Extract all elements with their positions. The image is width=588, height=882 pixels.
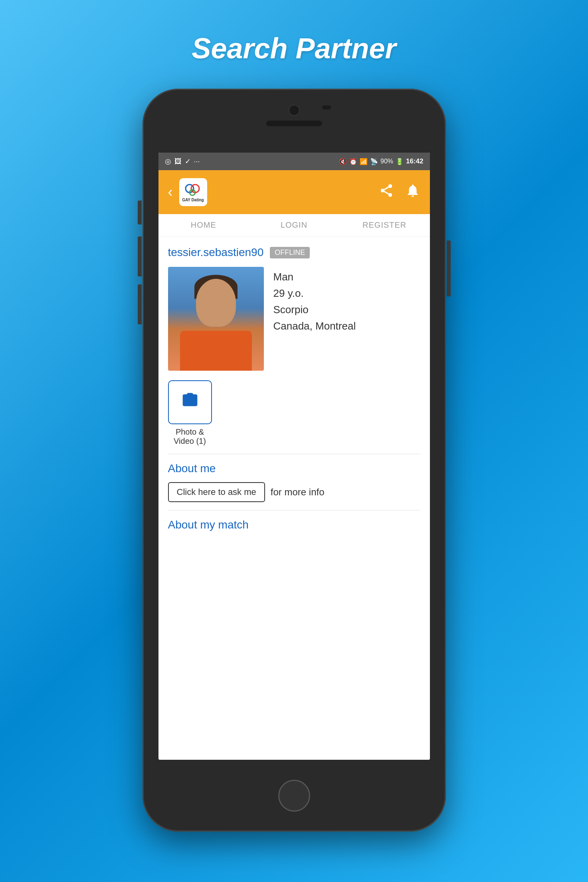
media-thumb[interactable] [168, 380, 212, 424]
profile-photo [168, 267, 264, 371]
about-match-title: About my match [168, 518, 420, 531]
power-button [447, 240, 451, 296]
profile-location: Canada, Montreal [273, 320, 356, 332]
media-section: Photo & Video (1) [168, 380, 420, 446]
status-right-icons: 🔇 ⏰ 📶 📡 90% 🔋 16:42 [339, 157, 424, 165]
profile-username: tessier.sebastien90 [168, 246, 264, 259]
app-bar-left: ‹ GAY Dating [168, 178, 207, 206]
profile-age: 29 y.o. [273, 287, 356, 300]
check-status-icon: ✓ [185, 157, 191, 166]
back-button[interactable]: ‹ [168, 184, 173, 201]
page-title: Search Partner [192, 32, 396, 65]
profile-content: tessier.sebastien90 OFFLINE Man 29 y.o. … [158, 236, 430, 760]
app-logo: GAY Dating [179, 178, 207, 206]
about-match-section: About my match [168, 518, 420, 531]
dots-status-icon: ··· [194, 157, 200, 166]
camera-icon [181, 391, 199, 413]
battery-icon: 🔋 [396, 158, 404, 165]
profile-gender: Man [273, 271, 356, 283]
divider-1 [168, 454, 420, 454]
divider-2 [168, 510, 420, 511]
phone-top-bezel [143, 89, 446, 153]
svg-point-4 [380, 189, 384, 193]
phone-bottom-bezel [278, 760, 310, 832]
share-icon[interactable] [379, 183, 394, 202]
image-status-icon: 🖼 [174, 157, 182, 166]
mute-icon: 🔇 [339, 158, 347, 165]
svg-line-7 [384, 187, 388, 189]
person-shirt [180, 331, 252, 371]
profile-zodiac: Scorpio [273, 304, 356, 316]
svg-point-5 [388, 193, 392, 197]
home-button[interactable] [278, 780, 310, 812]
profile-username-row: tessier.sebastien90 OFFLINE [168, 246, 420, 259]
earpiece-speaker [266, 121, 322, 126]
about-me-section: About me Click here to ask me for more i… [168, 462, 420, 502]
offline-badge: OFFLINE [270, 247, 310, 258]
profile-main: Man 29 y.o. Scorpio Canada, Montreal [168, 267, 420, 371]
about-me-title: About me [168, 462, 420, 475]
ask-me-row: Click here to ask me for more info [168, 482, 420, 502]
volume-down-button [138, 236, 142, 276]
front-sensor [322, 105, 331, 109]
media-label: Photo & Video (1) [168, 427, 212, 446]
wifi-icon: 📶 [360, 158, 368, 165]
silent-button [138, 284, 142, 324]
time-display: 16:42 [406, 157, 423, 165]
tab-register[interactable]: REGISTER [339, 214, 430, 236]
battery-text: 90% [380, 158, 393, 165]
logo-text: GAY Dating [182, 198, 204, 202]
ask-me-suffix: for more info [271, 487, 325, 498]
tab-login[interactable]: LOGIN [249, 214, 339, 236]
svg-point-3 [388, 184, 392, 188]
status-left-icons: ◎ 🖼 ✓ ··· [165, 157, 200, 166]
bell-icon[interactable] [405, 183, 420, 202]
app-bar: ‹ GAY Dating [158, 170, 430, 214]
ask-me-button[interactable]: Click here to ask me [168, 482, 265, 502]
svg-line-6 [384, 191, 388, 194]
volume-up-button [138, 201, 142, 224]
circle-status-icon: ◎ [165, 157, 171, 166]
front-camera [289, 105, 300, 116]
phone-shell: ◎ 🖼 ✓ ··· 🔇 ⏰ 📶 📡 90% 🔋 16:42 ‹ [143, 89, 446, 832]
profile-details: Man 29 y.o. Scorpio Canada, Montreal [273, 267, 356, 371]
person-face [196, 279, 236, 327]
nav-tabs: HOME LOGIN REGISTER [158, 214, 430, 236]
phone-screen: ◎ 🖼 ✓ ··· 🔇 ⏰ 📶 📡 90% 🔋 16:42 ‹ [158, 153, 430, 760]
tab-home[interactable]: HOME [158, 214, 249, 236]
app-bar-right [379, 183, 420, 202]
signal-icon: 📡 [370, 158, 378, 165]
alarm-icon: ⏰ [349, 158, 357, 165]
status-bar: ◎ 🖼 ✓ ··· 🔇 ⏰ 📶 📡 90% 🔋 16:42 [158, 153, 430, 170]
